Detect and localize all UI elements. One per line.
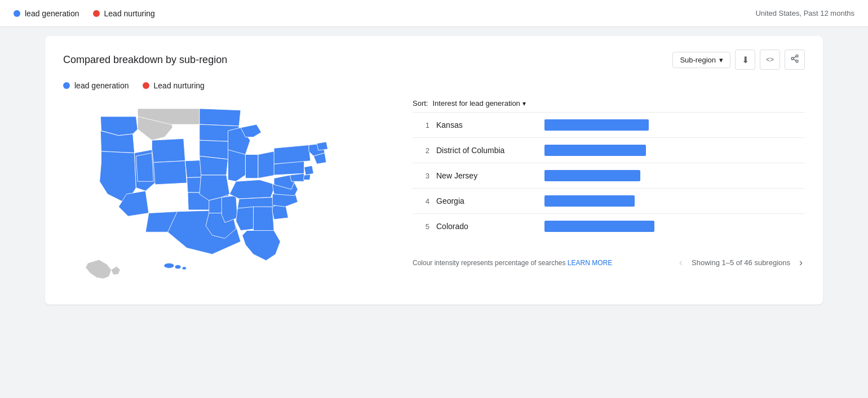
sort-row: Sort: Interest for lead generation ▾ xyxy=(413,99,805,108)
main-card: Compared breakdown by sub-region Sub-reg… xyxy=(45,36,823,305)
card-header: Compared breakdown by sub-region Sub-reg… xyxy=(63,50,805,70)
share-button[interactable] xyxy=(785,50,805,70)
table-row: 2 District of Columbia xyxy=(413,137,805,163)
content-area: Sort: Interest for lead generation ▾ 1 K… xyxy=(63,99,805,291)
sort-chevron-icon: ▾ xyxy=(522,100,526,108)
us-map-svg xyxy=(63,99,367,289)
bar-container xyxy=(544,195,805,207)
data-rows-container: 1 Kansas 2 District of Columbia 3 New Je… xyxy=(413,112,805,239)
top-bar-legend: lead generation Lead nurturing xyxy=(14,9,155,18)
legend-item-lead-gen: lead generation xyxy=(14,9,79,18)
svg-marker-35 xyxy=(236,207,255,230)
card-legend-dot-lead-gen xyxy=(63,82,70,89)
row-name: New Jersey xyxy=(436,171,538,180)
svg-marker-33 xyxy=(229,180,276,199)
row-rank: 3 xyxy=(413,172,429,180)
svg-line-3 xyxy=(794,59,796,61)
card-legend-item-lead-gen: lead generation xyxy=(63,81,129,90)
bar xyxy=(544,119,649,131)
svg-marker-50 xyxy=(86,260,111,278)
legend-item-lead-nurturing: Lead nurturing xyxy=(93,9,155,18)
svg-marker-16 xyxy=(200,109,241,126)
svg-point-54 xyxy=(182,267,186,270)
download-button[interactable]: ⬇ xyxy=(735,50,755,70)
legend-dot-lead-gen xyxy=(14,10,20,17)
svg-point-53 xyxy=(175,265,181,269)
region-label: United States, Past 12 months xyxy=(755,9,854,17)
row-rank: 1 xyxy=(413,121,429,129)
card-title: Compared breakdown by sub-region xyxy=(63,54,227,66)
svg-marker-49 xyxy=(303,175,310,180)
svg-marker-14 xyxy=(153,161,187,185)
svg-marker-48 xyxy=(304,166,314,175)
svg-point-2 xyxy=(796,60,798,62)
row-rank: 5 xyxy=(413,222,429,231)
bar-container xyxy=(544,170,805,181)
svg-line-4 xyxy=(794,56,796,58)
legend-label-lead-nurturing: Lead nurturing xyxy=(104,9,155,18)
card-legend-dot-lead-nurturing xyxy=(143,82,149,89)
bar xyxy=(544,221,654,232)
svg-marker-30 xyxy=(228,150,246,181)
sort-value: Interest for lead generation xyxy=(432,99,520,108)
pagination: ‹ Showing 1–5 of 46 subregions › xyxy=(677,254,805,271)
bar-container xyxy=(544,145,805,156)
svg-marker-27 xyxy=(222,196,237,223)
embed-button[interactable]: <> xyxy=(760,50,780,70)
next-page-button[interactable]: › xyxy=(797,254,805,271)
card-legend: lead generation Lead nurturing xyxy=(63,81,805,90)
svg-marker-12 xyxy=(136,153,153,182)
subregion-dropdown[interactable]: Sub-region ▾ xyxy=(672,52,730,68)
svg-marker-51 xyxy=(111,266,120,275)
svg-point-1 xyxy=(791,57,794,60)
embed-icon: <> xyxy=(766,56,774,64)
data-table: Sort: Interest for lead generation ▾ 1 K… xyxy=(413,99,805,271)
top-bar: lead generation Lead nurturing United St… xyxy=(0,0,868,27)
download-icon: ⬇ xyxy=(742,55,749,65)
chevron-down-icon: ▾ xyxy=(719,56,723,64)
footer-note: Colour intensity represents percentage o… xyxy=(413,259,612,267)
svg-marker-44 xyxy=(274,145,311,164)
row-rank: 4 xyxy=(413,197,429,205)
bar xyxy=(544,145,646,156)
bar-container xyxy=(544,221,805,232)
svg-point-0 xyxy=(796,55,798,57)
row-name: Georgia xyxy=(436,196,538,205)
svg-marker-23 xyxy=(200,156,228,175)
share-icon xyxy=(790,54,799,65)
row-name: District of Columbia xyxy=(436,146,538,155)
legend-dot-lead-nurturing xyxy=(93,10,100,17)
us-map-container xyxy=(63,99,390,291)
card-legend-item-lead-nurturing: Lead nurturing xyxy=(143,81,205,90)
sort-dropdown[interactable]: Interest for lead generation ▾ xyxy=(432,99,525,108)
sort-label: Sort: xyxy=(413,99,428,108)
card-footer: Colour intensity represents percentage o… xyxy=(413,250,805,271)
svg-marker-42 xyxy=(290,173,304,181)
bar xyxy=(544,170,640,181)
card-legend-label-lead-nurturing: Lead nurturing xyxy=(154,81,205,90)
bar xyxy=(544,195,635,207)
svg-marker-32 xyxy=(258,151,276,178)
row-rank: 2 xyxy=(413,146,429,155)
row-name: Colorado xyxy=(436,222,538,231)
pagination-text: Showing 1–5 of 46 subregions xyxy=(692,258,790,267)
card-controls: Sub-region ▾ ⬇ <> xyxy=(672,50,805,70)
footer-note-text: Colour intensity represents percentage o… xyxy=(413,259,565,267)
table-row: 4 Georgia xyxy=(413,188,805,213)
svg-marker-47 xyxy=(317,142,328,150)
card-legend-label-lead-gen: lead generation xyxy=(74,81,129,90)
row-name: Kansas xyxy=(436,120,538,129)
svg-marker-31 xyxy=(245,154,258,178)
prev-page-button[interactable]: ‹ xyxy=(677,254,685,271)
svg-point-52 xyxy=(164,263,174,268)
table-row: 5 Colorado xyxy=(413,213,805,239)
svg-marker-11 xyxy=(152,138,185,162)
table-row: 3 New Jersey xyxy=(413,163,805,188)
learn-more-link[interactable]: LEARN MORE xyxy=(568,259,612,267)
legend-label-lead-gen: lead generation xyxy=(25,9,79,18)
svg-marker-37 xyxy=(242,230,281,260)
table-row: 1 Kansas xyxy=(413,112,805,137)
bar-container xyxy=(544,119,805,131)
